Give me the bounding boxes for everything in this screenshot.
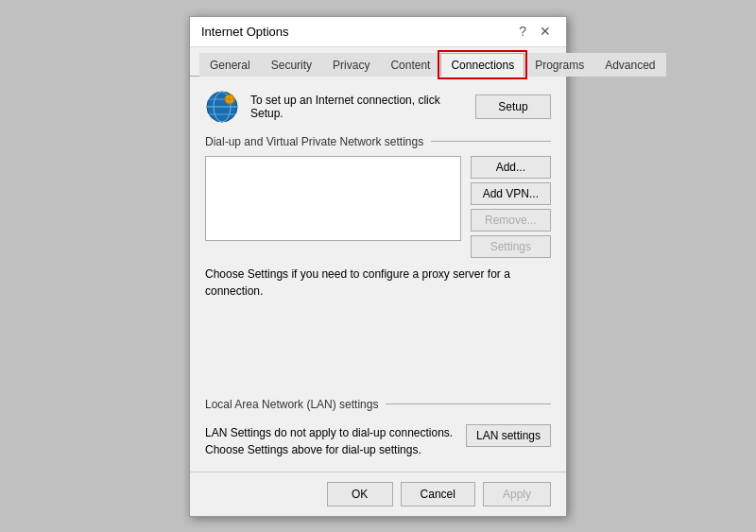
add-button[interactable]: Add... <box>471 156 551 179</box>
tab-security[interactable]: Security <box>261 53 322 77</box>
add-vpn-button[interactable]: Add VPN... <box>471 182 551 205</box>
help-button[interactable]: ? <box>515 25 530 38</box>
setup-description: To set up an Internet connection, click … <box>250 94 464 120</box>
tab-advanced[interactable]: Advanced <box>594 53 665 77</box>
tab-general[interactable]: General <box>199 53 261 77</box>
lan-settings-button[interactable]: LAN settings <box>466 424 551 447</box>
tab-content-area: To set up an Internet connection, click … <box>190 77 566 472</box>
proxy-description: Choose Settings if you need to configure… <box>205 266 551 300</box>
tab-programs[interactable]: Programs <box>524 53 594 77</box>
dialup-list[interactable] <box>205 156 461 241</box>
tab-connections[interactable]: Connections <box>440 53 524 77</box>
close-button[interactable]: ✕ <box>536 25 555 38</box>
title-bar: Internet Options ? ✕ <box>190 17 566 47</box>
dialup-section-body: Add... Add VPN... Remove... Settings <box>205 156 551 258</box>
tab-bar: General Security Privacy Content Connect… <box>190 47 566 77</box>
settings-button[interactable]: Settings <box>471 235 551 258</box>
tab-privacy[interactable]: Privacy <box>322 53 380 77</box>
lan-body: LAN Settings do not apply to dial-up con… <box>205 424 551 458</box>
tab-content[interactable]: Content <box>380 53 440 77</box>
lan-section-header: Local Area Network (LAN) settings <box>205 398 551 411</box>
ok-button[interactable]: OK <box>327 482 393 506</box>
setup-button[interactable]: Setup <box>475 94 551 119</box>
dialup-section-header: Dial-up and Virtual Private Network sett… <box>205 135 551 148</box>
internet-options-dialog: Internet Options ? ✕ General Security Pr… <box>189 16 567 517</box>
apply-button[interactable]: Apply <box>483 482 551 506</box>
cancel-button[interactable]: Cancel <box>401 482 475 506</box>
remove-button[interactable]: Remove... <box>471 209 551 232</box>
dialup-side-buttons: Add... Add VPN... Remove... Settings <box>471 156 551 258</box>
title-bar-controls: ? ✕ <box>515 25 555 38</box>
dialog-footer: OK Cancel Apply <box>190 472 566 516</box>
lan-section: Local Area Network (LAN) settings LAN Se… <box>205 398 551 458</box>
globe-icon <box>205 90 239 124</box>
connection-setup-row: To set up an Internet connection, click … <box>205 90 551 124</box>
dialup-section: Dial-up and Virtual Private Network sett… <box>205 135 551 300</box>
lan-description: LAN Settings do not apply to dial-up con… <box>205 424 456 458</box>
dialog-title: Internet Options <box>201 25 289 39</box>
spacer <box>205 311 551 377</box>
